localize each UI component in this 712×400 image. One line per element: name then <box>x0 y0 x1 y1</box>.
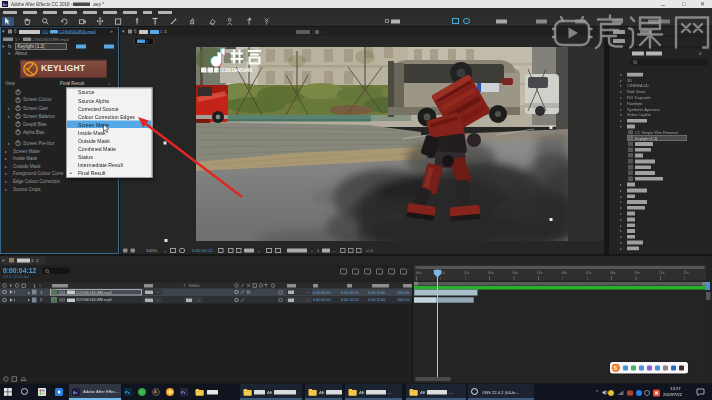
svg-text:fx: fx <box>247 290 251 295</box>
svg-text::1391945240: :1391945240 <box>220 67 253 73</box>
